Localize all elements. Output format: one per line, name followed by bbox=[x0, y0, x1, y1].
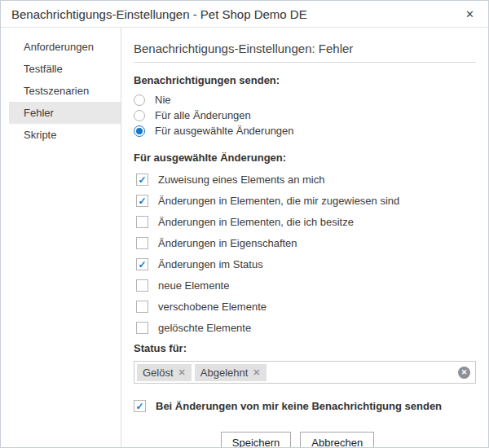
checkbox-icon: ✓ bbox=[136, 237, 148, 249]
send-section-label: Benachrichtigungen senden: bbox=[134, 74, 476, 87]
checkbox-label: Änderungen in Eigenschaften bbox=[158, 237, 297, 249]
tag-label: Abgelehnt bbox=[200, 367, 249, 379]
checkbox-neue-elemente[interactable]: ✓ neue Elemente bbox=[136, 279, 476, 292]
checkbox-icon: ✓ bbox=[136, 322, 148, 334]
checkbox-keine-benachrichtigung-eigene-aenderungen[interactable]: ✓ Bei Änderungen von mir keine Benachric… bbox=[134, 399, 476, 413]
notification-settings-dialog: Benachrichtigungs-Einstellungen - Pet Sh… bbox=[0, 0, 489, 448]
checkbox-label: Zuweisung eines Elements an mich bbox=[158, 173, 325, 186]
radio-icon bbox=[134, 125, 145, 137]
radio-option-ausgewaehlte-aenderungen[interactable]: Für ausgewählte Änderungen bbox=[134, 123, 476, 138]
heading-divider bbox=[134, 62, 476, 63]
checkbox-geloeschte-elemente[interactable]: ✓ gelöschte Elemente bbox=[136, 321, 476, 335]
checkbox-icon: ✓ bbox=[136, 195, 148, 207]
changes-checkbox-group: ✓ Zuweisung eines Elements an mich ✓ Änd… bbox=[136, 173, 476, 335]
checkbox-label: Änderungen in Elementen, die mir zugewie… bbox=[158, 195, 399, 207]
checkmark-icon: ✓ bbox=[135, 402, 143, 411]
send-radio-group: Nie Für alle Änderungen Für ausgewählte … bbox=[134, 92, 476, 138]
sidebar-item-fehler[interactable]: Fehler bbox=[9, 102, 121, 124]
button-row: Speichern Abbrechen bbox=[134, 432, 476, 448]
content-panel: Benachrichtigungs-Einstellungen: Fehler … bbox=[121, 28, 488, 448]
checkbox-zuweisung-an-mich[interactable]: ✓ Zuweisung eines Elements an mich bbox=[136, 173, 476, 187]
radio-icon bbox=[134, 94, 145, 106]
page-title: Benachrichtigungs-Einstellungen: Fehler bbox=[134, 41, 476, 57]
checkmark-icon: ✓ bbox=[138, 175, 146, 185]
radio-icon bbox=[134, 110, 145, 121]
checkbox-label: gelöschte Elemente bbox=[158, 322, 251, 334]
checkbox-icon: ✓ bbox=[136, 301, 148, 313]
tag-remove-icon[interactable]: ✕ bbox=[253, 367, 260, 378]
checkbox-label: Änderungen in Elementen, die ich besitze bbox=[158, 216, 354, 228]
checkbox-icon: ✓ bbox=[134, 400, 146, 412]
checkbox-status[interactable]: ✓ Änderungen im Status bbox=[136, 257, 476, 271]
changes-section-label: Für ausgewählte Änderungen: bbox=[134, 152, 476, 165]
checkbox-verschobene-elemente[interactable]: ✓ verschobene Elemente bbox=[136, 300, 476, 314]
checkmark-icon: ✓ bbox=[138, 260, 146, 270]
sidebar: Anforderungen Testfälle Testszenarien Fe… bbox=[1, 28, 121, 448]
checkbox-label: Änderungen im Status bbox=[158, 258, 263, 270]
cancel-button[interactable]: Abbrechen bbox=[300, 432, 374, 448]
radio-option-nie[interactable]: Nie bbox=[134, 92, 476, 108]
checkbox-label: Bei Änderungen von mir keine Benachricht… bbox=[156, 400, 442, 412]
tag-remove-icon[interactable]: ✕ bbox=[178, 367, 186, 378]
checkbox-icon: ✓ bbox=[136, 216, 148, 228]
status-tag-input[interactable]: Gelöst ✕ Abgelehnt ✕ ✕ bbox=[134, 361, 476, 384]
checkbox-eigenschaften[interactable]: ✓ Änderungen in Eigenschaften bbox=[136, 236, 476, 250]
sidebar-item-skripte[interactable]: Skripte bbox=[9, 124, 121, 146]
radio-label: Nie bbox=[155, 94, 171, 106]
checkbox-ich-besitze[interactable]: ✓ Änderungen in Elementen, die ich besit… bbox=[136, 215, 476, 229]
checkbox-icon: ✓ bbox=[136, 258, 148, 270]
title-bar: Benachrichtigungs-Einstellungen - Pet Sh… bbox=[1, 1, 488, 28]
clear-field-icon[interactable]: ✕ bbox=[458, 367, 470, 379]
sidebar-item-anforderungen[interactable]: Anforderungen bbox=[9, 36, 121, 58]
checkbox-icon: ✓ bbox=[136, 279, 148, 292]
checkbox-icon: ✓ bbox=[136, 173, 148, 186]
status-section-label: Status für: bbox=[134, 342, 476, 355]
tag-abgelehnt: Abgelehnt ✕ bbox=[195, 364, 267, 381]
checkbox-label: neue Elemente bbox=[158, 279, 229, 292]
checkbox-mir-zugewiesen[interactable]: ✓ Änderungen in Elementen, die mir zugew… bbox=[136, 194, 476, 208]
tag-geloest: Gelöst ✕ bbox=[137, 364, 192, 381]
tag-label: Gelöst bbox=[143, 367, 174, 379]
sidebar-item-testfaelle[interactable]: Testfälle bbox=[9, 58, 121, 80]
window-title: Benachrichtigungs-Einstellungen - Pet Sh… bbox=[11, 7, 462, 21]
checkbox-label: verschobene Elemente bbox=[158, 301, 267, 313]
save-button[interactable]: Speichern bbox=[221, 432, 292, 448]
radio-option-alle-aenderungen[interactable]: Für alle Änderungen bbox=[134, 108, 476, 123]
close-icon[interactable]: ✕ bbox=[462, 7, 478, 21]
sidebar-item-testszenarien[interactable]: Testszenarien bbox=[9, 80, 121, 102]
checkmark-icon: ✓ bbox=[138, 196, 146, 206]
radio-label: Für ausgewählte Änderungen bbox=[155, 125, 294, 137]
radio-label: Für alle Änderungen bbox=[155, 109, 251, 121]
